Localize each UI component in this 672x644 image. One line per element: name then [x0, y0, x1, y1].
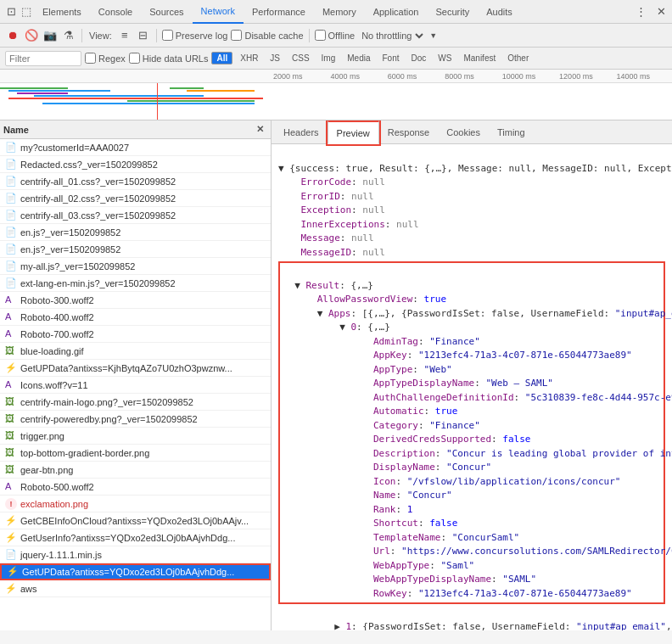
- tab-elements[interactable]: Elements: [34, 0, 90, 24]
- xhr-filter-button[interactable]: XHR: [236, 53, 262, 64]
- throttle-select[interactable]: No throttling Fast 3G Slow 3G: [358, 30, 426, 42]
- list-item[interactable]: 📄 en.js?_ver=1502099852: [0, 224, 271, 241]
- devtools-dock-button[interactable]: ⊡: [3, 4, 19, 20]
- detail-panel: Headers Preview Response Cookies Timing …: [272, 120, 672, 630]
- throttle-arrow-icon: ▼: [429, 31, 437, 40]
- list-item[interactable]: 🖼 trigger.png: [0, 428, 271, 445]
- img-icon: 🖼: [5, 447, 17, 459]
- json-highlight-section: ▼ Result: {,…} AllowPasswordView: true ▼…: [278, 261, 665, 604]
- name-column-header: Name: [3, 125, 253, 135]
- tab-memory[interactable]: Memory: [314, 0, 365, 24]
- json-line: Url: "https://www.concursolutions.com/SA…: [283, 546, 672, 557]
- list-item[interactable]: 📄 centrify-all_02.css?_ver=1502099852: [0, 190, 271, 207]
- json-line: Exception: null: [278, 204, 385, 216]
- view-list-button[interactable]: ≡: [117, 28, 132, 43]
- json-line: AdminTag: "Finance": [283, 336, 480, 347]
- hide-data-urls-check[interactable]: Hide data URLs: [129, 53, 209, 64]
- item-name: blue-loading.gif: [20, 346, 266, 356]
- more-options-button[interactable]: ⋮: [633, 4, 648, 20]
- tab-sources[interactable]: Sources: [141, 0, 192, 24]
- regex-check[interactable]: Regex: [85, 53, 126, 64]
- close-detail-button[interactable]: ✕: [253, 124, 267, 135]
- filter-bar: Regex Hide data URLs All XHR JS CSS Img …: [0, 48, 672, 70]
- list-item[interactable]: 🖼 blue-loading.gif: [0, 343, 271, 360]
- xhr-icon: ⚡: [5, 515, 17, 527]
- list-item[interactable]: A Roboto-500.woff2: [0, 479, 271, 496]
- list-item[interactable]: 📄 en.js?_ver=1502099852: [0, 241, 271, 258]
- list-item[interactable]: A Icons.woff?v=11: [0, 377, 271, 394]
- doc-filter-button[interactable]: Doc: [407, 53, 431, 64]
- json-line: Icon: "/vfslow/lib/application/icons/con…: [283, 476, 620, 487]
- list-item[interactable]: 🖼 gear-btn.png: [0, 462, 271, 479]
- camera-button[interactable]: 📷: [42, 28, 58, 43]
- detail-tabs: Headers Preview Response Cookies Timing: [272, 120, 672, 144]
- record-button[interactable]: ⏺: [5, 28, 20, 43]
- list-item[interactable]: 📄 centrify-all_03.css?_ver=1502099852: [0, 207, 271, 224]
- js-filter-button[interactable]: JS: [266, 53, 284, 64]
- list-item[interactable]: A Roboto-300.woff2: [0, 292, 271, 309]
- list-item[interactable]: 📄 ext-lang-en-min.js?_ver=1502099852: [0, 275, 271, 292]
- font-filter-button[interactable]: Font: [378, 53, 404, 64]
- clear-button[interactable]: 🚫: [24, 28, 39, 43]
- tab-network[interactable]: Network: [193, 0, 244, 24]
- list-item[interactable]: 📄 my-all.js?_ver=1502099852: [0, 258, 271, 275]
- regex-checkbox[interactable]: [85, 53, 96, 64]
- filter-button[interactable]: ⚗: [61, 28, 76, 43]
- xhr-icon: ⚡: [5, 362, 17, 374]
- tab-preview[interactable]: Preview: [328, 120, 379, 144]
- json-line: RowKey: "1213efc4-71a3-4c07-871e-6504477…: [283, 588, 632, 599]
- json-summary-line: ▼ {success: true, Result: {,…}, Message:…: [278, 163, 672, 174]
- tab-application[interactable]: Application: [365, 0, 428, 24]
- media-filter-button[interactable]: Media: [343, 53, 374, 64]
- css-filter-button[interactable]: CSS: [288, 53, 314, 64]
- list-item[interactable]: 🖼 centrify-poweredby.png?_ver=1502099852: [0, 411, 271, 428]
- tab-timing[interactable]: Timing: [489, 120, 534, 144]
- json-line: Description: "Concur is leading global p…: [283, 448, 672, 459]
- manifest-filter-button[interactable]: Manifest: [459, 53, 500, 64]
- selected-list-item[interactable]: ⚡ GetUPData?antixss=YQDxo2ed3LOj0bAAjvhD…: [0, 563, 271, 580]
- list-item[interactable]: A Roboto-400.woff2: [0, 309, 271, 326]
- other-filter-button[interactable]: Other: [503, 53, 533, 64]
- doc-icon: 📄: [5, 142, 17, 154]
- list-item[interactable]: ⚡ GetUPData?antixss=KjhBytqAZo7U0zhO3pwz…: [0, 360, 271, 377]
- disable-cache-check[interactable]: Disable cache: [231, 30, 303, 41]
- list-item[interactable]: 📄 jquery-1.11.1.min.js: [0, 546, 271, 563]
- disable-cache-checkbox[interactable]: [231, 30, 242, 41]
- tab-cookies[interactable]: Cookies: [438, 120, 489, 144]
- tab-security[interactable]: Security: [427, 0, 478, 24]
- ws-filter-button[interactable]: WS: [434, 53, 456, 64]
- list-item[interactable]: ⚡ aws: [0, 580, 271, 597]
- tab-console[interactable]: Console: [90, 0, 141, 24]
- tab-performance[interactable]: Performance: [244, 0, 314, 24]
- list-item[interactable]: 📄 Redacted.css?_ver=1502099852: [0, 156, 271, 173]
- list-item[interactable]: 📄 centrify-all_01.css?_ver=1502099852: [0, 173, 271, 190]
- tab-audits[interactable]: Audits: [478, 0, 521, 24]
- tab-headers[interactable]: Headers: [275, 120, 328, 144]
- hide-data-urls-checkbox[interactable]: [129, 53, 140, 64]
- css-icon: 📄: [5, 210, 17, 221]
- list-item[interactable]: 🖼 centrify-main-logo.png?_ver=1502099852: [0, 394, 271, 411]
- json-line: AppKey: "1213efc4-71a3-4c07-871e-6504477…: [283, 350, 632, 361]
- preserve-log-checkbox[interactable]: [162, 30, 173, 41]
- img-icon: 🖼: [5, 430, 17, 442]
- offline-check[interactable]: Offline: [315, 30, 356, 41]
- list-item[interactable]: ⚡ GetUserInfo?antixss=YQDxo2ed3LOj0bAAjv…: [0, 529, 271, 546]
- view-large-button[interactable]: ⊟: [136, 28, 151, 43]
- list-item[interactable]: 🖼 top-bottom-gradient-border.png: [0, 445, 271, 462]
- css-icon: 📄: [5, 176, 17, 188]
- network-toolbar: ⏺ 🚫 📷 ⚗ View: ≡ ⊟ Preserve log Disable c…: [0, 24, 672, 48]
- offline-checkbox[interactable]: [315, 30, 326, 41]
- list-item[interactable]: ! exclamation.png: [0, 496, 271, 512]
- preserve-log-check[interactable]: Preserve log: [162, 30, 228, 41]
- devtools-inspect-button[interactable]: ⬚: [19, 4, 34, 20]
- tick-2000: 2000 ms: [272, 72, 328, 81]
- list-item[interactable]: A Roboto-700.woff2: [0, 326, 271, 343]
- filter-input[interactable]: [5, 51, 81, 66]
- all-filter-button[interactable]: All: [211, 52, 232, 64]
- list-item[interactable]: 📄 my?customerId=AAA0027: [0, 139, 271, 156]
- img-filter-button[interactable]: Img: [317, 53, 340, 64]
- close-devtools-button[interactable]: ✕: [653, 4, 669, 20]
- json-line: ▼ Result: {,…}: [283, 280, 373, 291]
- tab-response[interactable]: Response: [379, 120, 439, 144]
- list-item[interactable]: ⚡ GetCBEInfoOnCloud?antixss=YQDxo2ed3LOj…: [0, 512, 271, 529]
